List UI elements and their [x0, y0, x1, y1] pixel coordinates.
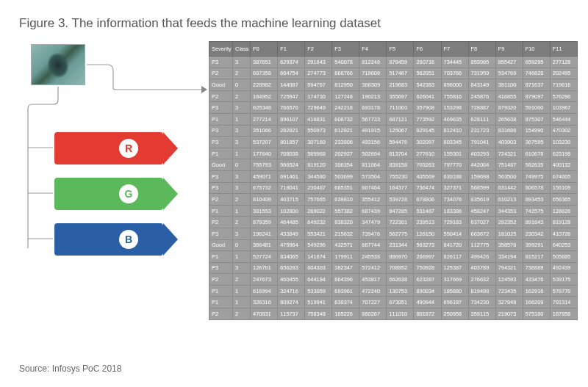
table-cell: 847285	[387, 205, 414, 217]
table-cell: 537207	[251, 137, 278, 148]
table-cell: 368309	[359, 79, 387, 91]
table-cell: P3	[209, 57, 233, 68]
table-cell: 557382	[332, 205, 359, 217]
table-cell: 276632	[468, 274, 495, 286]
table-cell: 2	[233, 194, 251, 206]
table-cell: 202495	[550, 68, 577, 79]
table-cell: 656365	[550, 194, 577, 206]
table-cell: 403903	[495, 137, 523, 148]
table-cell: 829145	[414, 125, 441, 137]
table-header-cell: F11	[550, 42, 577, 57]
table-cell: 306354	[332, 159, 359, 171]
table-cell: P2	[209, 194, 233, 206]
table-cell: P3	[209, 262, 233, 274]
table-cell: 797770	[441, 159, 468, 171]
table-cell: P3	[209, 170, 233, 182]
table-cell: 1	[233, 297, 251, 308]
table-cell: 219073	[495, 308, 523, 320]
table-cell: 517467	[387, 68, 414, 79]
table-cell: 491915	[359, 125, 387, 137]
table-cell: 166209	[523, 297, 550, 308]
table-cell: 625348	[251, 102, 278, 114]
table-cell: 0	[233, 79, 251, 91]
table-cell: 187858	[550, 308, 577, 320]
table-row: P333510662828215509736128214919151250678…	[209, 125, 578, 137]
table-cell: P1	[209, 113, 233, 125]
table-cell: 662638	[387, 274, 414, 286]
table-cell: 575180	[523, 308, 550, 320]
table-cell: Good	[209, 159, 233, 171]
table-cell: 115737	[278, 308, 305, 320]
table-cell: P2	[209, 68, 233, 79]
table-cell: 125067	[387, 125, 414, 137]
table-cell: 649232	[305, 217, 332, 228]
table-cell: 433476	[523, 274, 550, 286]
table-cell: 533059	[305, 285, 332, 297]
table-cell: 184952	[251, 90, 278, 102]
table-cell: 112775	[468, 239, 495, 251]
table-cell: 803345	[441, 137, 468, 148]
table-cell: 675732	[251, 182, 278, 194]
table-cell: 164377	[387, 182, 414, 194]
table-header-row: SeverityClassF0F1F2F3F4F5F6F7F8F9F10F11	[209, 42, 578, 57]
table-cell: 812410	[441, 125, 468, 137]
table-cell: 673051	[387, 297, 414, 308]
table-cell: 819128	[550, 217, 577, 228]
table-cell: 282821	[278, 125, 305, 137]
table-cell: 594476	[387, 137, 414, 148]
table-row: P334590716914613445805036995735047552304…	[209, 170, 578, 182]
table-cell: 2	[233, 274, 251, 286]
table-cell: 475964	[278, 239, 305, 251]
table-cell: 819498	[468, 285, 495, 297]
table-cell: 230467	[305, 182, 332, 194]
table-cell: 156109	[550, 182, 577, 194]
table-cell: P3	[209, 102, 233, 114]
table-cell: 834065	[278, 251, 305, 263]
table-row: P113015531028002890225573826874398472855…	[209, 205, 578, 217]
table-cell: 691461	[278, 170, 305, 182]
table-cell: 460455	[278, 274, 305, 286]
table-cell: 562051	[414, 68, 441, 79]
table-cell: 531487	[414, 205, 441, 217]
table-row: P228104094037157576656398103554125397286…	[209, 194, 578, 206]
table-cell: 728887	[468, 102, 495, 114]
sample-image	[31, 44, 85, 85]
table-cell: 610678	[523, 148, 550, 159]
table-cell: 812950	[332, 79, 359, 91]
table-cell: 174730	[305, 90, 332, 102]
table-cell: 568599	[468, 182, 495, 194]
table-cell: 729183	[441, 217, 468, 228]
table-cell: 0	[233, 159, 251, 171]
table-header-cell: F8	[468, 42, 495, 57]
table-cell: 719616	[550, 79, 577, 91]
table-cell: 351066	[251, 125, 278, 137]
table-cell: 344580	[305, 170, 332, 182]
table-cell: 490944	[414, 297, 441, 308]
table-cell: 196241	[251, 228, 278, 239]
table-cell: 896000	[441, 79, 468, 91]
table-cell: 875307	[523, 113, 550, 125]
table-row: P226073586847542747738687667196085174675…	[209, 68, 578, 79]
table-cell: 893453	[523, 194, 550, 206]
table-cell: 879359	[251, 217, 278, 228]
table-cell: 1	[233, 148, 251, 159]
table-row: P333876516293742916435400788122488784592…	[209, 57, 578, 68]
table-body: P333876516293742916435400788122488784592…	[209, 57, 578, 320]
table-row: P224708311157377583481652268602671110108…	[209, 308, 578, 320]
channel-b-badge: B	[119, 230, 138, 249]
table-cell: 344353	[495, 205, 523, 217]
table-cell: P1	[209, 251, 233, 263]
table-cell: 878459	[387, 57, 414, 68]
table-cell: 815217	[523, 251, 550, 263]
table-cell: 1	[233, 251, 251, 263]
table-cell: 563273	[414, 239, 441, 251]
table-header-cell: F6	[414, 42, 441, 57]
table-cell: 111010	[387, 308, 414, 320]
table-cell: 459071	[251, 170, 278, 182]
table-cell: 399291	[523, 239, 550, 251]
table-cell: 687439	[359, 205, 387, 217]
table-cell: 719608	[359, 68, 387, 79]
table-cell: 165226	[332, 308, 359, 320]
table-cell: 871637	[523, 79, 550, 91]
table-cell: 831686	[495, 125, 523, 137]
